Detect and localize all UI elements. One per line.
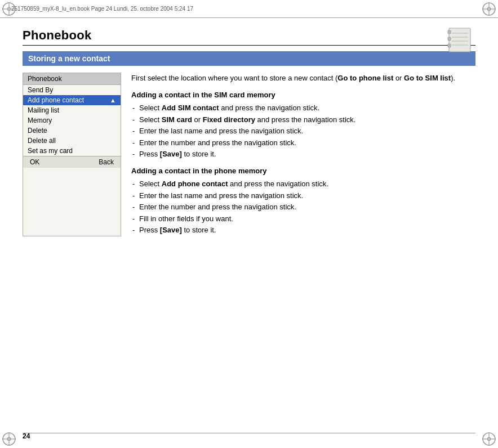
svg-rect-19 [448,44,451,47]
intro-bold2: Go to SIM list [404,74,451,82]
menu-title: Phonebook [23,73,121,85]
main-content: Phonebook Storing a new contact Phoneboo… [23,18,475,431]
menu-item-sendby[interactable]: Send By [23,85,121,95]
top-bar: 251750859_myX-8_lu_en.book Page 24 Lundi… [0,0,498,18]
phone-step-5: Press [Save] to store it. [131,225,475,236]
sim-section-title: Adding a contact in the SIM card memory [131,89,475,101]
svg-rect-17 [448,30,451,34]
menu-item-memory[interactable]: Memory [23,115,121,126]
sim-step-1: Select Add SIM contact and press the nav… [131,102,475,114]
menu-item-mailinglist[interactable]: Mailing list [23,105,121,115]
menu-footer: OK Back [23,156,121,168]
phonebook-icon [444,26,475,54]
top-bar-text: 251750859_myX-8_lu_en.book Page 24 Lundi… [11,6,193,12]
content-row: Phonebook Send By Add phone contact ▲ Ma… [23,73,475,236]
phone-steps-list: Select Add phone contact and press the n… [131,178,475,236]
text-content: First select the location where you want… [131,73,475,236]
sim-step-3: Enter the last name and press the naviga… [131,126,475,137]
page-number: 24 [23,432,30,440]
menu-item-delete[interactable]: Delete [23,126,121,136]
sim-step-4: Enter the number and press the navigatio… [131,137,475,149]
phone-step-4: Fill in other fields if you want. [131,213,475,225]
intro-bold1: Go to phone list [337,74,393,82]
menu-back-button[interactable]: Back [99,158,114,166]
svg-rect-18 [448,37,451,41]
intro-text-prefix: First select the location where you want… [131,74,337,82]
sim-step-5: Press [Save] to store it. [131,149,475,160]
intro-or: or [393,74,404,82]
menu-item-setmycard[interactable]: Set as my card [23,146,121,156]
menu-item-addphone[interactable]: Add phone contact ▲ [23,95,121,105]
menu-item-deleteall[interactable]: Delete all [23,136,121,146]
phone-step-1: Select Add phone contact and press the n… [131,178,475,190]
menu-ok-button[interactable]: OK [30,158,39,166]
phone-step-2: Enter the last name and press the naviga… [131,190,475,201]
phone-section-title: Adding a contact in the phone memory [131,165,475,177]
svg-rect-16 [449,28,470,52]
intro-paragraph: First select the location where you want… [131,73,475,84]
sim-step-2: Select SIM card or Fixed directory and p… [131,114,475,126]
section-header: Storing a new contact [23,51,475,66]
bottom-rule [23,433,475,433]
menu-box: Phonebook Send By Add phone contact ▲ Ma… [23,73,121,236]
reg-mark-bl [1,431,17,447]
sim-steps-list: Select Add SIM contact and press the nav… [131,102,475,160]
intro-end: ). [451,74,455,82]
reg-mark-br [481,431,497,447]
page-title: Phonebook [23,28,475,43]
phone-step-3: Enter the number and press the navigatio… [131,201,475,213]
scroll-arrow-icon: ▲ [110,97,116,104]
title-rule [23,45,475,46]
